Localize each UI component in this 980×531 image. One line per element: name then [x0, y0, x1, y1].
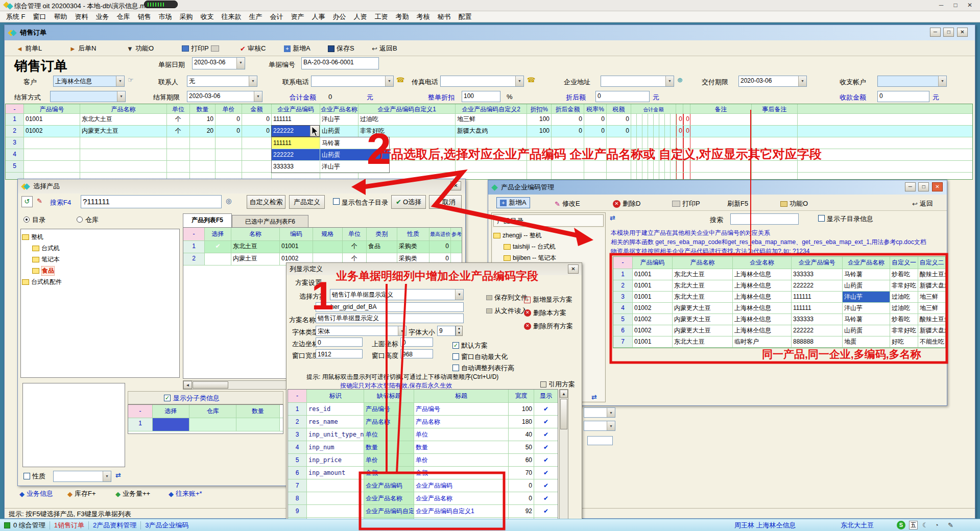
- show-subdir-checkbox[interactable]: [818, 215, 825, 222]
- scroll-thumb[interactable]: [560, 399, 567, 429]
- deliver-date-picker[interactable]: 2020-03-06▼: [738, 76, 807, 87]
- menu-item[interactable]: 秘书: [438, 12, 451, 21]
- ident-cell[interactable]: [307, 492, 364, 504]
- amount-cell[interactable]: [242, 161, 272, 172]
- col-header[interactable]: 折后金额: [552, 104, 584, 113]
- taskbar-item-main[interactable]: 0 综合管理: [13, 521, 45, 530]
- eba-code-cell[interactable]: 888888: [792, 336, 843, 347]
- col-header[interactable]: 数量: [190, 104, 216, 113]
- row-number[interactable]: 6: [613, 325, 633, 336]
- product-code-cell[interactable]: 01002: [24, 126, 80, 137]
- col-header[interactable]: 企业产品名称: [843, 257, 890, 269]
- side-combo-2[interactable]: ▼: [584, 421, 615, 431]
- qty-cell[interactable]: [190, 137, 216, 149]
- col-header[interactable]: 企业产品名称: [320, 104, 358, 113]
- row-number[interactable]: 5: [613, 314, 633, 325]
- top-coord-input[interactable]: 0: [400, 337, 433, 347]
- eba-code-cell[interactable]: 222222: [792, 280, 843, 291]
- col-header[interactable]: 企业产品编码: [272, 104, 320, 113]
- col-header[interactable]: 数量: [236, 405, 280, 418]
- unit-cell[interactable]: 个: [167, 114, 190, 125]
- product-code-cell[interactable]: 01001: [633, 336, 673, 347]
- col-header[interactable]: 备注: [690, 104, 752, 113]
- col-header[interactable]: 金额: [242, 104, 272, 113]
- menu-item[interactable]: 资产: [291, 12, 304, 21]
- product-name-cell[interactable]: 内蒙更大土豆: [673, 325, 733, 336]
- menu-item[interactable]: 配置: [459, 12, 472, 21]
- ime-wubi-icon[interactable]: 五: [909, 521, 918, 529]
- phone-icon[interactable]: ☎: [396, 76, 404, 84]
- custom2-cell[interactable]: 地三鲜: [918, 292, 945, 302]
- qty-cell[interactable]: [190, 149, 216, 160]
- eba-custom2-cell[interactable]: [456, 173, 527, 180]
- scheme-combo[interactable]: 销售订单单据显示定义▼: [330, 289, 464, 300]
- warehouse-table[interactable]: - 选择 仓库 数量 1: [128, 404, 283, 434]
- tree-item[interactable]: 整机: [22, 231, 178, 243]
- row-number[interactable]: 5: [6, 161, 24, 172]
- edit-button[interactable]: ✎修改E: [555, 198, 580, 209]
- red-flag-cell[interactable]: 0: [676, 114, 683, 125]
- column-def-row[interactable]: 4 inp_num 数量 数量 50 ✔: [288, 441, 558, 454]
- col-header[interactable]: 规格: [313, 228, 343, 240]
- side-combo-1[interactable]: ▼: [584, 407, 615, 418]
- eba-custom2-cell[interactable]: [456, 161, 527, 172]
- col-header[interactable]: 单位: [343, 228, 367, 240]
- title-cell[interactable]: 数量: [414, 441, 509, 453]
- col-header[interactable]: [683, 104, 690, 113]
- custom2-cell[interactable]: 酸辣土豆丝: [918, 314, 945, 325]
- save-to-file-button[interactable]: 保存到文件: [486, 292, 528, 303]
- magnifier-icon[interactable]: ◎: [226, 197, 231, 205]
- note-cell[interactable]: [690, 126, 752, 137]
- tree-item-label[interactable]: taishiji -- 台式机: [513, 243, 556, 251]
- menu-item[interactable]: 考勤: [396, 12, 409, 21]
- close-button[interactable]: ✕: [932, 182, 943, 191]
- row-number[interactable]: 1: [288, 403, 307, 415]
- ident-cell[interactable]: res_name: [307, 416, 364, 428]
- red-flag-cell[interactable]: [683, 161, 690, 172]
- tree-item[interactable]: zhengji -- 整机: [493, 230, 604, 241]
- eba-row[interactable]: 4 01002 内蒙更大土豆 上海林仝信息 111111 洋山芋 过油吃 地三鲜: [613, 303, 945, 314]
- menu-item[interactable]: 考核: [417, 12, 430, 21]
- row-number[interactable]: 4: [6, 149, 24, 160]
- product-name-cell[interactable]: 东北大土豆: [673, 280, 733, 291]
- amount-cell[interactable]: 0: [242, 126, 272, 137]
- col-header[interactable]: -: [6, 104, 24, 113]
- ident-cell[interactable]: [307, 479, 364, 492]
- price-cell[interactable]: 0: [216, 114, 242, 125]
- custom1-cell[interactable]: 炒着吃: [890, 269, 918, 280]
- select-cell[interactable]: [153, 418, 189, 431]
- col-header[interactable]: 税率%: [584, 104, 607, 113]
- row-number[interactable]: 3: [6, 137, 24, 149]
- dropdown-icon[interactable]: ▼: [607, 421, 615, 430]
- dropdown-icon[interactable]: ▼: [249, 76, 257, 86]
- product-row[interactable]: 1 ✔ 东北土豆 01001 个 食品 采购类 0: [183, 241, 462, 253]
- col-header[interactable]: -: [613, 257, 633, 269]
- show-subdir-checkbox[interactable]: [333, 198, 340, 205]
- grid-row[interactable]: 1 01001 东北大土豆 个 10 0 0 111111 洋山芋 过油吃 地三…: [6, 114, 972, 126]
- col-header[interactable]: 显示: [534, 390, 558, 402]
- eba-code-cell[interactable]: 111111: [792, 292, 843, 302]
- menu-item[interactable]: 往来款: [222, 12, 242, 21]
- amount-cell[interactable]: 0: [242, 114, 272, 125]
- radio-directory[interactable]: [23, 216, 30, 223]
- product-code-cell[interactable]: 01002: [633, 325, 673, 336]
- dropdown-icon[interactable]: ▼: [385, 76, 393, 86]
- product-name-cell[interactable]: [80, 149, 167, 160]
- category-tree[interactable]: 整机 台式机 笔记本 食品 台式: [20, 229, 180, 378]
- hand-pointer-icon[interactable]: ☞: [128, 76, 134, 84]
- menu-item[interactable]: 会计: [270, 12, 283, 21]
- row-number[interactable]: 1: [613, 269, 633, 280]
- tree-item-label[interactable]: 台式机: [41, 244, 60, 253]
- col-header[interactable]: 折扣%: [527, 104, 552, 113]
- fax-combo[interactable]: ▼: [440, 76, 524, 87]
- row-number[interactable]: 2: [183, 253, 205, 265]
- option-code[interactable]: 333333: [272, 161, 320, 173]
- dropdown-icon[interactable]: ▼: [117, 91, 125, 102]
- dropdown-icon[interactable]: ▼: [398, 326, 406, 335]
- discounted-amount-cell[interactable]: [552, 173, 584, 180]
- amount-cell[interactable]: [242, 137, 272, 149]
- price-cell[interactable]: 0: [216, 126, 242, 137]
- show-cell[interactable]: ✔: [534, 467, 558, 479]
- custom1-cell[interactable]: 非常好吃: [890, 280, 918, 291]
- eba-name-cell[interactable]: 马铃薯: [843, 269, 890, 280]
